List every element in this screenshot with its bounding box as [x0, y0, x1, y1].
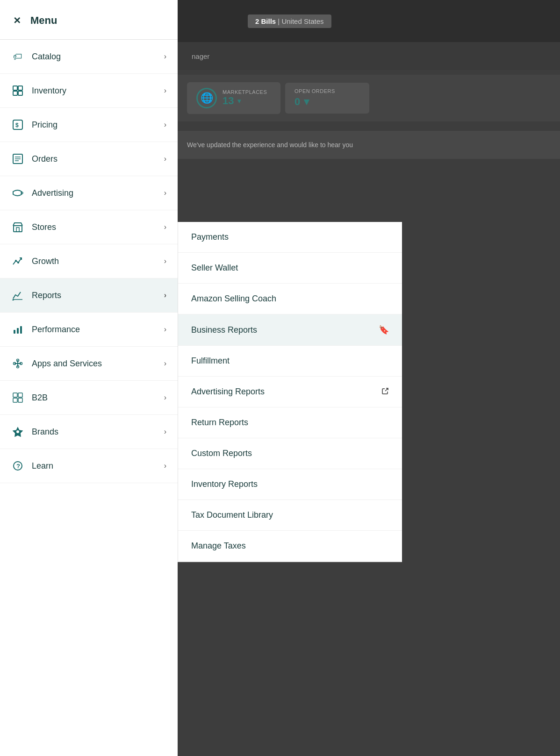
sidebar-item-b2b[interactable]: B2B ›	[0, 381, 178, 415]
bills-badge: 2 Bills | United States	[248, 14, 331, 28]
external-link-icon	[381, 387, 389, 396]
submenu-label-amazon-selling-coach: Amazon Selling Coach	[191, 294, 389, 304]
submenu-label-manage-taxes: Manage Taxes	[191, 541, 389, 551]
svg-rect-27	[18, 393, 22, 397]
svg-point-13	[15, 260, 17, 262]
learn-icon: ?	[11, 459, 24, 472]
sidebar-item-label-performance: Performance	[32, 325, 157, 335]
catalog-icon: 🏷	[11, 50, 24, 63]
sidebar-item-growth[interactable]: Growth ›	[0, 244, 178, 278]
svg-rect-19	[20, 326, 22, 334]
sidebar-header: ✕ Menu	[0, 0, 178, 40]
submenu-label-inventory-reports: Inventory Reports	[191, 479, 389, 489]
inventory-icon	[11, 84, 24, 97]
submenu-item-fulfillment[interactable]: Fulfillment	[178, 346, 402, 377]
pricing-chevron-icon: ›	[164, 121, 166, 129]
sidebar-item-label-orders: Orders	[32, 154, 157, 164]
submenu-label-seller-wallet: Seller Wallet	[191, 263, 389, 273]
svg-rect-3	[18, 91, 22, 95]
svg-point-14	[17, 262, 19, 264]
feedback-bar: We've updated the experience and would l…	[178, 131, 560, 159]
globe-icon: 🌐	[196, 88, 217, 108]
submenu-item-tax-document-library[interactable]: Tax Document Library	[178, 500, 402, 531]
submenu-item-seller-wallet[interactable]: Seller Wallet	[178, 253, 402, 284]
svg-rect-12	[16, 228, 19, 232]
sidebar-item-inventory[interactable]: Inventory ›	[0, 74, 178, 108]
submenu-item-payments[interactable]: Payments	[178, 222, 402, 253]
reports-icon	[11, 289, 24, 302]
open-orders-chevron: ▾	[304, 96, 309, 108]
sidebar-item-stores[interactable]: Stores ›	[0, 210, 178, 244]
marketplaces-chevron: ▾	[237, 97, 241, 105]
submenu-item-inventory-reports[interactable]: Inventory Reports	[178, 469, 402, 500]
manager-label: nager	[192, 52, 209, 60]
submenu-label-tax-document-library: Tax Document Library	[191, 510, 389, 520]
sidebar-item-learn[interactable]: ? Learn ›	[0, 449, 178, 483]
svg-rect-18	[17, 328, 19, 334]
marketplaces-value: 13 ▾	[223, 95, 267, 107]
sidebar-item-performance[interactable]: Performance ›	[0, 313, 178, 347]
catalog-chevron-icon: ›	[164, 52, 166, 61]
sidebar-item-label-growth: Growth	[32, 257, 157, 266]
submenu-label-business-reports: Business Reports	[191, 325, 374, 335]
svg-rect-2	[13, 91, 17, 95]
b2b-chevron-icon: ›	[164, 393, 166, 402]
submenu-item-return-reports[interactable]: Return Reports	[178, 407, 402, 438]
submenu-label-return-reports: Return Reports	[191, 418, 389, 428]
svg-line-33	[385, 388, 388, 391]
sidebar-item-orders[interactable]: Orders ›	[0, 142, 178, 176]
submenu-item-amazon-selling-coach[interactable]: Amazon Selling Coach	[178, 284, 402, 314]
stores-icon	[11, 221, 24, 234]
growth-icon	[11, 255, 24, 268]
submenu-label-advertising-reports: Advertising Reports	[191, 387, 377, 397]
sidebar-item-label-pricing: Pricing	[32, 120, 157, 130]
bills-count: 2 Bills	[255, 17, 276, 25]
stores-chevron-icon: ›	[164, 223, 166, 231]
submenu-item-custom-reports[interactable]: Custom Reports	[178, 438, 402, 469]
apps-services-icon	[11, 357, 24, 370]
sidebar: ✕ Menu 🏷 Catalog › Inventory › $ Pricing…	[0, 0, 178, 756]
orders-chevron-icon: ›	[164, 155, 166, 163]
svg-text:$: $	[15, 122, 19, 128]
menu-title: Menu	[30, 14, 57, 27]
sidebar-item-brands[interactable]: Brands ›	[0, 415, 178, 449]
submenu-label-custom-reports: Custom Reports	[191, 449, 389, 458]
submenu-item-manage-taxes[interactable]: Manage Taxes	[178, 531, 402, 562]
submenu-item-business-reports[interactable]: Business Reports 🔖	[178, 314, 402, 346]
close-button[interactable]: ✕	[11, 13, 23, 28]
sidebar-item-reports[interactable]: Reports ›	[0, 278, 178, 313]
sidebar-item-label-learn: Learn	[32, 461, 157, 471]
metrics-bar: 🌐 MARKETPLACES 13 ▾ OPEN ORDERS 0 ▾	[178, 75, 560, 121]
marketplaces-card: 🌐 MARKETPLACES 13 ▾	[187, 82, 280, 114]
sidebar-item-label-apps-services: Apps and Services	[32, 359, 157, 369]
submenu-label-fulfillment: Fulfillment	[191, 356, 389, 366]
sidebar-item-label-brands: Brands	[32, 427, 157, 437]
sidebar-item-advertising[interactable]: Advertising ›	[0, 176, 178, 210]
sidebar-item-label-catalog: Catalog	[32, 52, 157, 62]
submenu-item-advertising-reports[interactable]: Advertising Reports	[178, 377, 402, 407]
open-orders-value: 0 ▾	[294, 96, 360, 108]
marketplaces-info: MARKETPLACES 13 ▾	[223, 89, 267, 107]
svg-point-30	[16, 430, 19, 433]
svg-text:?: ?	[16, 463, 20, 470]
svg-rect-29	[18, 398, 22, 402]
sidebar-item-apps-services[interactable]: Apps and Services ›	[0, 347, 178, 381]
svg-rect-1	[18, 86, 22, 90]
brands-icon	[11, 425, 24, 438]
orders-icon	[11, 152, 24, 165]
sidebar-item-label-b2b: B2B	[32, 393, 157, 403]
svg-rect-0	[13, 86, 17, 90]
brands-chevron-icon: ›	[164, 428, 166, 436]
sidebar-item-catalog[interactable]: 🏷 Catalog ›	[0, 40, 178, 74]
inventory-chevron-icon: ›	[164, 86, 166, 95]
b2b-icon	[11, 391, 24, 404]
svg-rect-28	[13, 398, 17, 402]
secondary-bar: nager	[178, 42, 560, 70]
svg-rect-26	[13, 393, 17, 397]
performance-icon	[11, 323, 24, 336]
marketplaces-label: MARKETPLACES	[223, 89, 267, 95]
sidebar-item-pricing[interactable]: $ Pricing ›	[0, 108, 178, 142]
open-orders-card: OPEN ORDERS 0 ▾	[285, 83, 369, 114]
svg-rect-11	[14, 226, 22, 232]
advertising-icon	[11, 186, 24, 200]
